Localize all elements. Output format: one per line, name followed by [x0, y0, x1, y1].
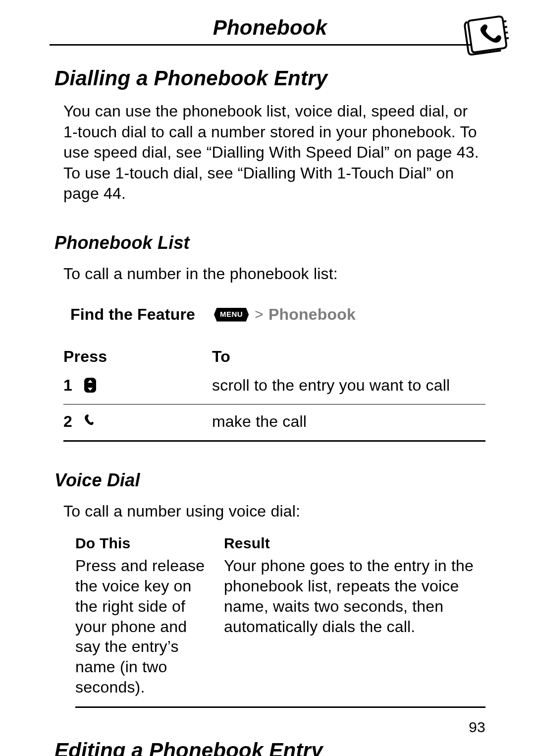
do-this-result-table: Do This Result Press and release the voi… [75, 534, 485, 708]
step-description: scroll to the entry you want to call [212, 375, 485, 395]
press-header: Press [63, 347, 212, 366]
menu-item-phonebook: Phonebook [268, 304, 356, 324]
press-to-table: Press To 1 scroll to the entry you want … [63, 347, 485, 442]
find-the-feature-label: Find the Feature [70, 304, 214, 324]
result-cell: Your phone goes to the entry in the phon… [224, 556, 485, 698]
menu-key-icon: MENU [214, 308, 249, 322]
paragraph-voice-dial-intro: To call a number using voice dial: [63, 501, 485, 522]
heading-voice-dial: Voice Dial [54, 469, 485, 491]
heading-dialling: Dialling a Phonebook Entry [54, 65, 485, 92]
heading-phonebook-list: Phonebook List [54, 232, 485, 254]
svg-line-1 [504, 27, 507, 27]
do-this-header: Do This [75, 534, 224, 553]
do-this-cell: Press and release the voice key on the r… [75, 556, 224, 698]
step-number: 1 [63, 375, 83, 395]
header-rule [50, 44, 490, 46]
svg-line-0 [503, 21, 507, 22]
page-header: Phonebook [50, 15, 490, 41]
paragraph-dialling-intro: You can use the phonebook list, voice di… [63, 101, 485, 204]
paragraph-phonebook-list-intro: To call a number in the phonebook list: [63, 264, 485, 285]
heading-editing: Editing a Phonebook Entry [54, 738, 485, 756]
scroll-key-icon [83, 377, 97, 394]
find-the-feature-row: Find the Feature MENU > Phonebook [70, 304, 485, 324]
step-description: make the call [212, 411, 485, 431]
table-row: 2 make the call [63, 404, 485, 440]
svg-line-3 [505, 38, 509, 39]
table-row: 1 scroll to the entry you want to call [63, 370, 485, 404]
to-header: To [212, 347, 485, 366]
svg-line-2 [505, 32, 508, 33]
call-key-icon [83, 413, 96, 430]
breadcrumb-separator: > [255, 305, 264, 324]
step-number: 2 [63, 411, 83, 431]
page-header-title: Phonebook [50, 15, 490, 41]
phonebook-section-icon [463, 10, 510, 57]
page-number: 93 [469, 718, 485, 737]
result-header: Result [224, 534, 485, 553]
